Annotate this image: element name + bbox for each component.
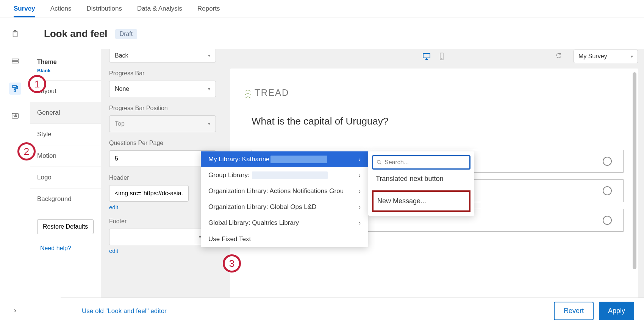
library-my-name: Katharine (242, 156, 270, 163)
svg-rect-2 (12, 59, 18, 61)
nav-general[interactable]: General (30, 102, 101, 124)
svg-point-11 (441, 58, 442, 59)
chevron-right-icon: › (359, 220, 361, 226)
radio-icon (603, 186, 612, 195)
library-item-my[interactable]: My Library: Katharine › (201, 151, 368, 167)
footer-edit-link[interactable]: edit (109, 248, 216, 254)
refresh-icon[interactable] (555, 52, 562, 61)
submenu-item-new-message[interactable]: New Message... (372, 190, 470, 212)
progress-pos-select[interactable]: Top ▾ (109, 115, 216, 132)
sliders-icon[interactable] (9, 110, 21, 122)
survey-selector[interactable]: My Survey ▾ (574, 50, 638, 63)
annotation-1: 1 (28, 75, 46, 93)
footer-label: Footer (109, 218, 216, 225)
radio-icon (603, 157, 612, 166)
submenu-item-translated[interactable]: Translated next button (372, 170, 470, 188)
library-search-input[interactable] (385, 159, 466, 166)
expand-rail-icon[interactable] (13, 308, 18, 315)
tab-survey[interactable]: Survey (14, 0, 35, 17)
library-my-prefix: My Library: (208, 156, 242, 163)
progress-pos-value: Top (115, 120, 125, 127)
progress-bar-label: Progress Bar (109, 70, 216, 77)
brand-logo: ︿︿︿ TREAD (245, 87, 624, 98)
left-rail (0, 17, 30, 324)
mobile-icon[interactable] (437, 52, 446, 61)
chevron-right-icon: › (359, 156, 361, 162)
desktop-icon[interactable] (422, 52, 431, 61)
preview-scrollbar-thumb[interactable] (633, 72, 636, 269)
need-help-link[interactable]: Need help? (40, 245, 91, 252)
theme-label: Theme (37, 59, 94, 65)
back-value: Back (115, 52, 128, 59)
page-header: Look and feel Draft (30, 17, 644, 49)
footer-select[interactable]: ▾ (109, 229, 207, 245)
page-title: Look and feel (44, 28, 108, 40)
redacted-name (270, 156, 327, 163)
library-use-fixed-text[interactable]: Use Fixed Text (201, 231, 368, 247)
library-org2-label: Organization Library: Global Ops L&D (208, 203, 316, 211)
tab-distributions[interactable]: Distributions (86, 0, 122, 17)
progress-pos-label: Progress Bar Position (109, 105, 216, 112)
questions-per-page-input[interactable] (109, 150, 216, 167)
progress-bar-select[interactable]: None ▾ (109, 81, 216, 97)
chevron-right-icon: › (359, 204, 361, 210)
svg-rect-3 (12, 62, 18, 63)
svg-point-7 (15, 115, 16, 116)
chevron-down-icon: ▾ (208, 86, 210, 92)
apply-button[interactable]: Apply (599, 302, 634, 320)
layout-icon[interactable] (9, 55, 21, 67)
library-menu: My Library: Katharine › Group Library: ›… (201, 151, 368, 247)
chevron-right-icon: › (359, 172, 361, 178)
clipboard-icon[interactable] (9, 28, 21, 40)
tab-reports[interactable]: Reports (197, 0, 220, 17)
header-input[interactable] (109, 185, 189, 202)
back-button-text-select[interactable]: Back ▾ (109, 49, 216, 62)
svg-rect-4 (12, 86, 16, 88)
library-global-label: Global Library: Qualtrics Library (208, 219, 299, 227)
annotation-3: 3 (223, 254, 241, 273)
header-label: Header (109, 174, 216, 181)
library-item-org2[interactable]: Organization Library: Global Ops L&D › (201, 199, 368, 215)
library-search[interactable] (372, 155, 470, 170)
restore-defaults-button[interactable]: Restore Defaults (37, 219, 94, 234)
radio-icon (603, 216, 612, 225)
svg-rect-5 (14, 90, 16, 92)
top-tabs: Survey Actions Distributions Data & Anal… (0, 0, 644, 17)
qpp-label: Questions Per Page (109, 140, 216, 146)
survey-select-value: My Survey (578, 53, 607, 60)
annotation-2: 2 (17, 142, 36, 160)
library-group-label: Group Library: (208, 171, 250, 179)
chevron-down-icon: ▾ (631, 54, 633, 59)
svg-point-8 (14, 116, 16, 117)
theme-value: Blank (37, 68, 94, 73)
library-item-global[interactable]: Global Library: Qualtrics Library › (201, 215, 368, 231)
library-fixed-label: Use Fixed Text (208, 235, 251, 243)
header-edit-link[interactable]: edit (109, 204, 216, 210)
nav-logo[interactable]: Logo (30, 167, 101, 188)
revert-button[interactable]: Revert (554, 302, 594, 320)
library-org1-label: Organization Library: Actions Notificati… (208, 187, 344, 195)
nav-motion[interactable]: Motion (30, 145, 101, 167)
draft-badge: Draft (115, 29, 138, 39)
tab-data-analysis[interactable]: Data & Analysis (137, 0, 182, 17)
chevron-down-icon: ▾ (208, 53, 210, 58)
nav-background[interactable]: Background (30, 188, 101, 210)
tab-actions[interactable]: Actions (50, 0, 72, 17)
library-submenu: Translated next button New Message... (368, 151, 474, 216)
library-item-group[interactable]: Group Library: › (201, 167, 368, 183)
paint-roller-icon[interactable] (9, 83, 21, 95)
chevron-right-icon: › (359, 188, 361, 194)
old-editor-link[interactable]: Use old "Look and feel" editor (82, 307, 167, 315)
chevron-down-icon: ▾ (208, 121, 210, 126)
redacted-group (252, 171, 328, 179)
search-icon (376, 159, 382, 165)
preview-toolbar: My Survey ▾ (230, 49, 638, 64)
svg-rect-9 (423, 53, 430, 58)
progress-bar-value: None (115, 86, 129, 92)
nav-style[interactable]: Style (30, 124, 101, 145)
library-item-org1[interactable]: Organization Library: Actions Notificati… (201, 183, 368, 199)
svg-point-12 (377, 160, 380, 164)
brand-name: TREAD (255, 87, 289, 98)
question-text: What is the capital of Uruguay? (252, 115, 624, 127)
footer-bar: Use old "Look and feel" editor Revert Ap… (61, 298, 644, 324)
